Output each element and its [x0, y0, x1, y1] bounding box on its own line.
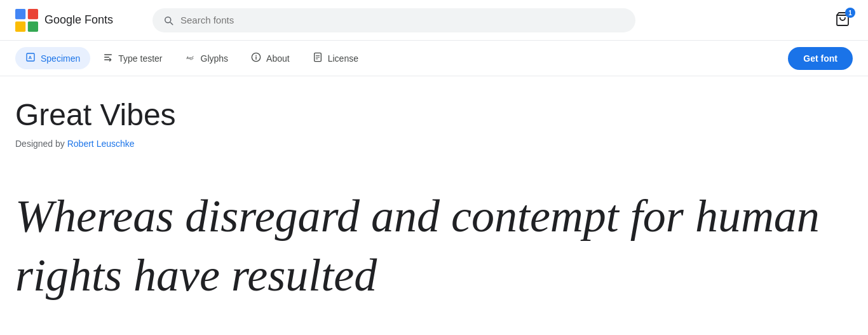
tab-specimen[interactable]: A Specimen: [15, 47, 90, 69]
get-font-button[interactable]: Get font: [788, 47, 853, 70]
tab-glyphs[interactable]: Aç Glyphs: [175, 47, 239, 69]
svg-rect-0: [15, 9, 25, 19]
specimen-icon: A: [25, 52, 36, 64]
header: Google Fonts 1: [0, 0, 868, 41]
svg-rect-1: [28, 9, 38, 19]
google-logo-icon: [15, 9, 38, 32]
designer-line: Designed by Robert Leuschke: [15, 139, 853, 149]
license-icon: [313, 52, 323, 64]
svg-text:A: A: [29, 55, 32, 60]
cart-button[interactable]: 1: [832, 9, 853, 31]
font-title: Great Vibes: [15, 97, 853, 133]
search-input[interactable]: [180, 15, 625, 25]
main-content: Great Vibes Designed by Robert Leuschke …: [0, 76, 868, 318]
font-preview: Whereas disregard and contempt for human…: [15, 174, 853, 318]
search-icon: [163, 15, 174, 26]
tab-about-label: About: [266, 53, 290, 64]
tab-license[interactable]: License: [302, 47, 369, 69]
preview-text: Whereas disregard and contempt for human…: [15, 187, 853, 306]
logo-link[interactable]: Google Fonts: [15, 9, 142, 32]
tab-type-tester-label: Type tester: [118, 53, 162, 64]
designer-prefix: Designed by: [15, 139, 67, 149]
tab-specimen-label: Specimen: [41, 53, 80, 64]
type-tester-icon: [103, 52, 113, 64]
tab-license-label: License: [328, 53, 358, 64]
search-bar: [153, 8, 635, 32]
logo-text: Google Fonts: [44, 13, 113, 27]
svg-text:Aç: Aç: [186, 56, 191, 60]
glyphs-icon: Aç: [186, 52, 196, 64]
tab-glyphs-label: Glyphs: [201, 53, 229, 64]
svg-rect-2: [15, 21, 25, 31]
about-icon: [251, 52, 261, 64]
cart-badge: 1: [845, 8, 855, 18]
tab-type-tester[interactable]: Type tester: [93, 47, 172, 69]
nav-tabs: A Specimen Type tester Aç Glyphs: [0, 41, 868, 76]
tab-about[interactable]: About: [241, 47, 300, 69]
svg-rect-3: [28, 21, 38, 31]
designer-link[interactable]: Robert Leuschke: [67, 139, 135, 149]
header-right: 1: [832, 9, 853, 31]
